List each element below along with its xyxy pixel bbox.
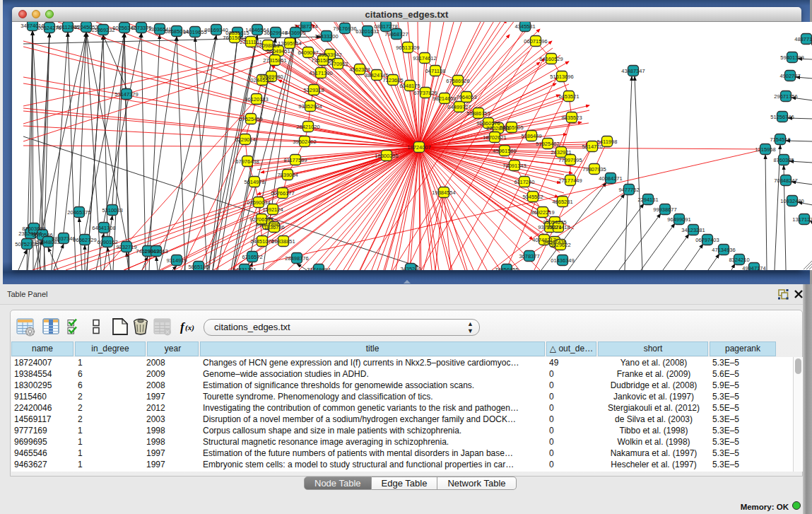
svg-text:6409097: 6409097 (298, 49, 318, 56)
svg-text:(x): (x) (185, 323, 194, 332)
svg-text:94019655: 94019655 (183, 29, 206, 35)
svg-text:28498776: 28498776 (285, 255, 308, 262)
svg-text:00766177: 00766177 (271, 190, 294, 197)
svg-text:70348247: 70348247 (774, 177, 797, 184)
svg-text:18300295: 18300295 (375, 153, 398, 159)
svg-text:1592124: 1592124 (262, 206, 283, 213)
svg-text:4865281: 4865281 (552, 199, 572, 205)
svg-text:93174612: 93174612 (413, 55, 436, 62)
svg-text:2294131: 2294131 (637, 197, 658, 203)
svg-text:6048175: 6048175 (399, 83, 420, 89)
svg-text:67525459: 67525459 (239, 116, 262, 122)
svg-text:8835523: 8835523 (561, 115, 582, 121)
svg-text:67586926: 67586926 (446, 78, 469, 84)
svg-text:48877190: 48877190 (794, 36, 812, 42)
svg-text:96499091: 96499091 (667, 216, 690, 223)
svg-text:2432921: 2432921 (551, 149, 571, 156)
svg-text:06797403: 06797403 (695, 237, 719, 243)
svg-text:49947174: 49947174 (742, 265, 765, 271)
svg-text:51613696: 51613696 (550, 74, 573, 80)
svg-text:06562729: 06562729 (73, 237, 96, 243)
svg-text:45961586: 45961586 (493, 148, 516, 154)
svg-text:24451076: 24451076 (250, 238, 273, 245)
svg-text:51925462: 51925462 (536, 141, 559, 147)
svg-text:96513709: 96513709 (396, 45, 419, 51)
svg-text:18724007: 18724007 (407, 144, 430, 151)
svg-text:59401399: 59401399 (780, 54, 804, 61)
svg-text:79868727: 79868727 (384, 31, 408, 37)
svg-text:4902787: 4902787 (779, 73, 800, 79)
svg-text:64641708: 64641708 (92, 225, 115, 231)
svg-text:06071596: 06071596 (524, 38, 547, 45)
svg-text:86922219: 86922219 (531, 209, 554, 216)
svg-text:43171390: 43171390 (309, 70, 332, 76)
svg-text:9477752: 9477752 (618, 187, 639, 193)
svg-text:5411998: 5411998 (597, 139, 618, 145)
svg-text:81177589: 81177589 (284, 157, 307, 163)
svg-text:78856855: 78856855 (495, 267, 518, 271)
svg-text:6990162: 6990162 (97, 239, 117, 245)
svg-text:26838851: 26838851 (271, 238, 295, 245)
svg-text:8760385: 8760385 (773, 157, 794, 163)
svg-text:92706537: 92706537 (249, 216, 273, 223)
svg-text:51256746: 51256746 (770, 114, 794, 120)
svg-text:56049451: 56049451 (266, 48, 290, 54)
svg-text:5865185: 5865185 (188, 264, 208, 270)
svg-text:54665905: 54665905 (500, 124, 523, 131)
svg-text:9314919: 9314919 (166, 257, 187, 264)
svg-text:50752735: 50752735 (15, 241, 38, 247)
svg-text:20465375: 20465375 (67, 209, 90, 216)
svg-text:02445502: 02445502 (250, 77, 273, 83)
svg-text:08317278: 08317278 (374, 23, 397, 30)
svg-text:7839084: 7839084 (277, 172, 298, 178)
svg-text:5186449: 5186449 (521, 133, 541, 139)
svg-text:4345581: 4345581 (514, 23, 535, 30)
svg-text:6117240: 6117240 (514, 179, 535, 185)
svg-text:44431351: 44431351 (233, 267, 256, 271)
svg-text:39502402: 39502402 (293, 139, 316, 145)
svg-text:33221418: 33221418 (546, 224, 570, 230)
svg-text:47134936: 47134936 (712, 247, 735, 253)
svg-text:67976438: 67976438 (235, 158, 259, 165)
svg-text:3678377: 3678377 (519, 253, 539, 259)
svg-text:5929622: 5929622 (550, 242, 570, 248)
svg-text:64160529: 64160529 (539, 56, 563, 62)
svg-text:04499727: 04499727 (447, 104, 471, 110)
svg-text:73515850: 73515850 (311, 57, 334, 64)
svg-text:79807935: 79807935 (582, 166, 606, 173)
svg-text:13171274: 13171274 (792, 216, 812, 223)
svg-text:29671756: 29671756 (774, 93, 797, 100)
svg-text:40084271: 40084271 (599, 175, 622, 182)
svg-text:9232719: 9232719 (116, 244, 136, 250)
svg-text:18702621: 18702621 (483, 134, 506, 141)
svg-text:6453521: 6453521 (558, 93, 579, 100)
svg-text:5045562: 5045562 (522, 194, 543, 200)
svg-text:96120183: 96120183 (245, 96, 268, 103)
svg-text:53147379: 53147379 (114, 91, 138, 98)
svg-text:78091343: 78091343 (502, 163, 526, 169)
svg-text:87603669: 87603669 (22, 226, 45, 232)
svg-text:5310033: 5310033 (102, 207, 122, 214)
svg-text:15869232: 15869232 (91, 27, 114, 33)
svg-text:27315851: 27315851 (263, 57, 286, 64)
svg-text:27177449: 27177449 (558, 177, 582, 184)
svg-text:7964053: 7964053 (456, 94, 476, 100)
svg-text:01436349: 01436349 (551, 257, 574, 264)
svg-text:10932480: 10932480 (780, 198, 804, 204)
svg-text:93352904: 93352904 (298, 103, 322, 110)
svg-text:77997995: 77997995 (558, 157, 582, 163)
svg-text:54948083: 54948083 (36, 239, 59, 245)
svg-text:79176936: 79176936 (333, 25, 356, 32)
svg-text:3435240: 3435240 (400, 266, 420, 271)
svg-text:99938677: 99938677 (653, 206, 676, 213)
svg-text:55886753: 55886753 (466, 110, 490, 117)
svg-text:03690034: 03690034 (247, 199, 270, 206)
svg-text:1836736: 1836736 (264, 224, 284, 230)
svg-text:5614978: 5614978 (244, 179, 264, 185)
svg-text:28421020: 28421020 (296, 124, 319, 130)
svg-text:13433200: 13433200 (314, 33, 338, 40)
svg-text:8324210: 8324210 (729, 257, 749, 263)
svg-text:6716572: 6716572 (242, 254, 262, 260)
svg-text:98214658: 98214658 (433, 95, 456, 102)
svg-text:4436995: 4436995 (285, 30, 305, 36)
